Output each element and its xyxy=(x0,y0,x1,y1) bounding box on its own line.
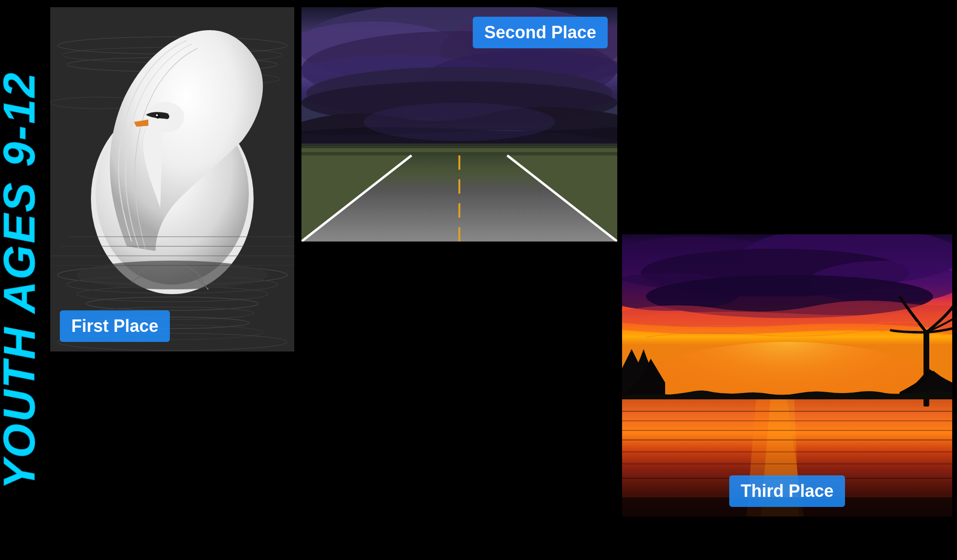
first-place-photo: First Place xyxy=(50,7,294,351)
third-place-photo: Third Place xyxy=(622,234,952,516)
swan-illustration xyxy=(50,7,294,351)
second-place-container: Second Place xyxy=(301,7,617,242)
svg-point-20 xyxy=(77,261,268,289)
first-place-badge: First Place xyxy=(60,310,170,342)
second-place-photo: Second Place xyxy=(301,7,617,242)
svg-rect-35 xyxy=(301,148,617,152)
page-title: Youth Ages 9-12 xyxy=(0,0,38,560)
svg-point-37 xyxy=(364,103,555,141)
svg-point-19 xyxy=(156,114,158,116)
swan-background xyxy=(50,7,294,351)
first-place-container: First Place xyxy=(50,7,294,351)
second-place-badge: Second Place xyxy=(473,17,608,48)
third-place-container: Third Place xyxy=(622,234,952,516)
sunset-illustration xyxy=(622,234,952,516)
svg-point-18 xyxy=(156,114,160,119)
svg-rect-36 xyxy=(301,143,617,148)
third-place-badge: Third Place xyxy=(729,475,845,507)
